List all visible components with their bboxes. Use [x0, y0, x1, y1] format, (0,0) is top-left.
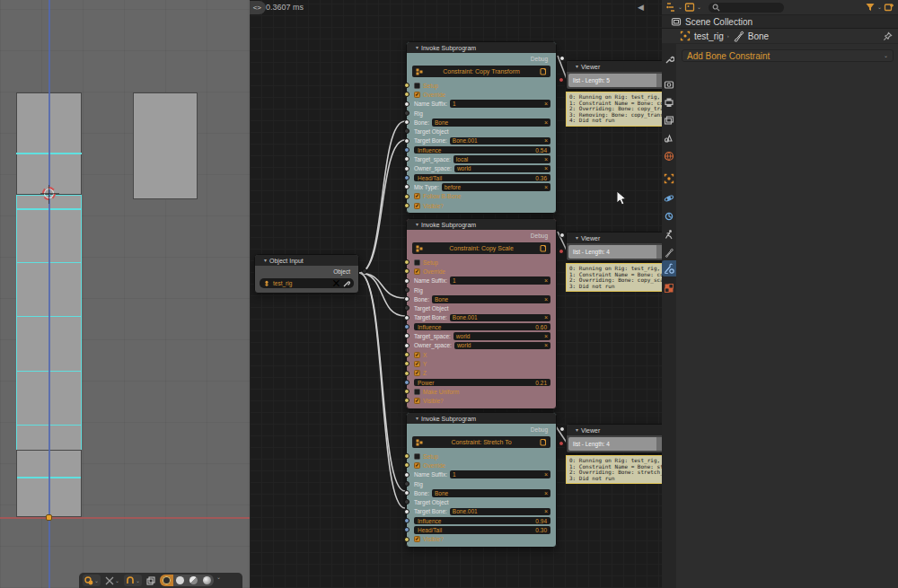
collapse-triangle-icon[interactable]: ▾ [576, 64, 578, 69]
collapse-triangle-icon[interactable]: ▾ [416, 416, 418, 421]
invoke-subprogram-node-copy-scale[interactable]: ▾Invoke SubprogramDebugConstraint: Copy … [406, 218, 557, 409]
input-socket[interactable] [404, 462, 409, 468]
checkbox[interactable]: ✓ [414, 462, 420, 469]
node-row-x[interactable]: ✓X [414, 350, 550, 359]
value-slider[interactable]: Head/Tail0.36 [414, 174, 550, 182]
node-header[interactable]: ▾ Object Input [255, 255, 358, 266]
text-field[interactable]: world× [454, 165, 550, 173]
input-socket[interactable] [404, 315, 409, 320]
collapse-triangle-icon[interactable]: ▾ [416, 222, 418, 227]
node-row-owner-space[interactable]: Owner_space:world× [414, 164, 550, 173]
clear-x-icon[interactable]: × [332, 276, 340, 292]
input-socket[interactable] [404, 389, 409, 394]
breadcrumb-object-name[interactable]: test_rig [694, 31, 724, 41]
input-socket[interactable] [404, 268, 409, 274]
input-socket[interactable] [404, 343, 409, 348]
shading-wireframe-button[interactable] [160, 575, 173, 586]
text-field[interactable]: 1× [450, 470, 550, 478]
properties-tab-render[interactable] [662, 76, 676, 92]
input-socket[interactable] [404, 138, 409, 144]
properties-tab-object-data[interactable] [662, 226, 676, 242]
value-slider[interactable]: Influence0.54 [414, 146, 550, 154]
debug-output-socket[interactable] [559, 233, 565, 238]
editor-corner-widget[interactable]: <> [250, 1, 266, 14]
checkbox[interactable]: ✓ [414, 361, 420, 367]
new-collection-icon[interactable] [884, 2, 894, 13]
input-socket[interactable] [404, 156, 409, 162]
viewer-input-socket[interactable] [559, 77, 564, 83]
clear-x-icon[interactable]: × [544, 333, 548, 339]
input-socket[interactable] [404, 537, 409, 542]
input-socket[interactable] [404, 509, 409, 514]
viewer-node[interactable]: ▾Viewerlist - Length: 40: Running on Rig… [566, 424, 662, 484]
input-socket[interactable] [404, 101, 409, 107]
object-picker-field[interactable]: test_rig × [260, 278, 354, 288]
shading-material-button[interactable] [187, 575, 200, 586]
node-header[interactable]: ▾Invoke Subprogram [407, 42, 556, 53]
text-field[interactable]: world× [453, 332, 550, 340]
node-row-make-uniform[interactable]: Make Uniform [414, 387, 550, 396]
viewport-3d[interactable]: ⌄ ⌄ ⌄ ⌄ [0, 0, 251, 588]
mode-dropdown[interactable]: ⌄ [83, 575, 101, 586]
add-bone-constraint-button[interactable]: Add Bone Constraint ⌄ [682, 49, 894, 62]
text-field[interactable]: Bone.001× [450, 314, 550, 322]
input-socket[interactable] [404, 147, 409, 153]
text-field[interactable]: Bone× [432, 295, 550, 303]
input-socket[interactable] [404, 333, 409, 338]
properties-tab-scene[interactable] [662, 130, 676, 146]
text-field[interactable]: world× [454, 342, 550, 350]
collapse-triangle-icon[interactable]: ▾ [576, 427, 578, 433]
invoke-subprogram-node-copy-transform[interactable]: ▾Invoke SubprogramDebugConstraint: Copy … [406, 41, 557, 214]
viewer-header[interactable]: ▾Viewer [567, 425, 662, 435]
properties-tab-world[interactable] [662, 148, 676, 164]
node-row-setup[interactable]: Setup [414, 81, 550, 90]
subprogram-select-button[interactable]: Constraint: Copy Transform [412, 66, 550, 77]
properties-tab-bone-constraint-active[interactable] [662, 260, 676, 276]
node-row-name-suffix[interactable]: Name Suffix:1× [414, 470, 550, 479]
clear-x-icon[interactable]: × [544, 156, 548, 162]
node-row-name-suffix[interactable]: Name Suffix:1× [414, 100, 550, 109]
node-row-follow-b-bone[interactable]: ✓Follow B-Bone [414, 192, 550, 201]
node-row-visible[interactable]: ✓Visible? [414, 396, 550, 405]
node-row-target-bone[interactable]: Target Bone:Bone.001× [414, 313, 550, 322]
viewer-node[interactable]: ▾Viewerlist - Length: 50: Running on Rig… [566, 60, 662, 127]
clear-x-icon[interactable]: × [544, 296, 548, 303]
search-input[interactable] [709, 3, 784, 13]
input-socket[interactable] [404, 110, 409, 116]
debug-output-socket[interactable] [559, 426, 565, 432]
node-row-influence[interactable]: Influence0.54 [414, 145, 550, 154]
properties-tab-output[interactable] [662, 94, 676, 110]
node-row-head-tail[interactable]: Head/Tail0.30 [414, 525, 550, 534]
node-row-target-space[interactable]: Target_space:world× [414, 331, 550, 340]
orientation-dropdown[interactable]: ⌄ [103, 575, 121, 586]
input-socket[interactable] [404, 184, 409, 189]
node-row-override[interactable]: ✓Override [414, 267, 550, 276]
clear-x-icon[interactable]: × [544, 490, 548, 496]
checkbox[interactable] [414, 259, 420, 266]
input-socket[interactable] [404, 490, 409, 496]
goto-subprogram-icon[interactable] [540, 438, 547, 446]
input-socket[interactable] [404, 499, 409, 505]
node-row-override[interactable]: ✓Override [414, 461, 550, 470]
checkbox[interactable]: ✓ [414, 370, 420, 376]
input-socket[interactable] [404, 324, 409, 329]
input-socket[interactable] [404, 296, 409, 302]
clear-x-icon[interactable]: × [544, 137, 548, 144]
text-field[interactable]: Bone.001× [450, 137, 550, 145]
object-output-socket[interactable] [362, 268, 367, 274]
node-row-target-bone[interactable]: Target Bone:Bone.001× [414, 507, 550, 516]
node-row-influence[interactable]: Influence0.60 [414, 322, 550, 331]
node-row-owner-space[interactable]: Owner_space:world× [414, 341, 550, 350]
invoke-subprogram-node-stretch-to[interactable]: ▾Invoke SubprogramDebugConstraint: Stret… [406, 412, 557, 548]
checkbox[interactable]: ✓ [414, 352, 420, 358]
node-row-z[interactable]: ✓Z [414, 369, 550, 378]
viewer-input-socket[interactable] [559, 249, 564, 254]
pin-icon[interactable] [883, 31, 893, 41]
checkbox[interactable] [414, 453, 420, 460]
node-row-influence[interactable]: Influence0.94 [414, 516, 550, 525]
text-field[interactable]: Bone.001× [450, 508, 550, 516]
node-row-target-space[interactable]: Target_space:local× [414, 154, 550, 163]
checkbox[interactable] [414, 83, 420, 89]
node-row-power[interactable]: Power0.21 [414, 378, 550, 387]
input-socket[interactable] [404, 278, 409, 284]
